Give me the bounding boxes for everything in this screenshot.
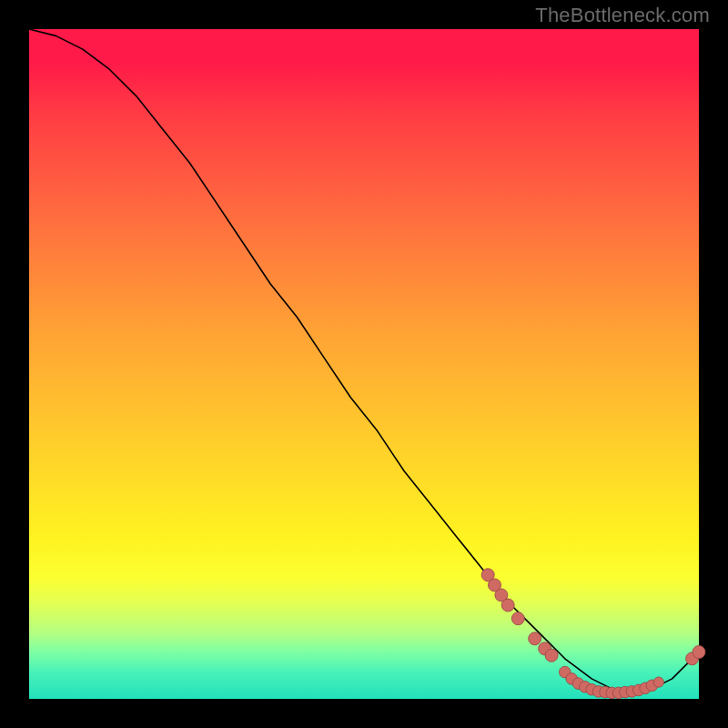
plot-area xyxy=(29,29,699,699)
data-marker xyxy=(501,599,514,612)
curve-line xyxy=(29,29,699,693)
data-marker xyxy=(653,677,663,687)
data-marker xyxy=(529,632,541,645)
curve-svg xyxy=(29,29,699,699)
watermark-text: TheBottleneck.com xyxy=(535,4,710,27)
data-marker xyxy=(693,646,705,659)
data-marker xyxy=(545,649,558,662)
data-marker xyxy=(511,612,524,625)
chart-frame: TheBottleneck.com xyxy=(0,0,728,728)
